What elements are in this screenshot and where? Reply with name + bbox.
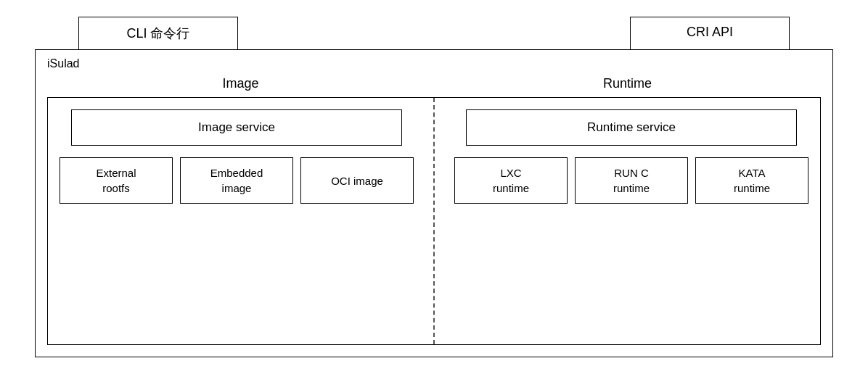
runc-runtime-box: RUN Cruntime: [575, 157, 688, 204]
top-row: CLI 命令行 CRI API: [35, 17, 833, 50]
kata-runtime-label: KATAruntime: [734, 165, 770, 196]
runtime-service-label: Runtime service: [587, 120, 676, 134]
oci-image-label: OCI image: [331, 173, 383, 188]
runtime-section-header: Runtime: [434, 73, 821, 97]
external-rootfs-label: Externalrootfs: [96, 165, 136, 196]
lxc-runtime-box: LXCruntime: [454, 157, 568, 204]
image-section: Image service Externalrootfs Embeddedima…: [60, 109, 428, 333]
oci-image-box: OCI image: [300, 157, 414, 204]
external-rootfs-box: Externalrootfs: [60, 157, 173, 204]
kata-runtime-box: KATAruntime: [695, 157, 808, 204]
runtime-small-boxes-row: LXCruntime RUN Cruntime KATAruntime: [454, 157, 808, 204]
isulad-box: iSulad Image Runtime Image service Exter…: [35, 49, 833, 357]
runc-runtime-label: RUN Cruntime: [613, 165, 650, 196]
cli-box: CLI 命令行: [78, 17, 238, 50]
cli-label: CLI 命令行: [126, 26, 189, 41]
architecture-diagram: CLI 命令行 CRI API iSulad Image Runtime Ima…: [35, 17, 833, 357]
image-service-box: Image service: [71, 109, 402, 146]
runtime-service-box: Runtime service: [466, 109, 797, 146]
dashed-divider: [433, 98, 435, 344]
image-small-boxes-row: Externalrootfs Embeddedimage OCI image: [60, 157, 414, 204]
section-headers: Image Runtime: [47, 73, 821, 97]
embedded-image-label: Embeddedimage: [210, 165, 263, 196]
runtime-section: Runtime service LXCruntime RUN Cruntime …: [440, 109, 808, 333]
inner-area: Image service Externalrootfs Embeddedima…: [47, 97, 821, 345]
embedded-image-box: Embeddedimage: [180, 157, 293, 204]
cri-api-label: CRI API: [687, 25, 733, 39]
image-section-header: Image: [47, 73, 434, 97]
image-service-label: Image service: [198, 120, 275, 134]
cri-api-box: CRI API: [630, 17, 790, 50]
isulad-label: iSulad: [47, 57, 821, 70]
lxc-runtime-label: LXCruntime: [493, 165, 529, 196]
